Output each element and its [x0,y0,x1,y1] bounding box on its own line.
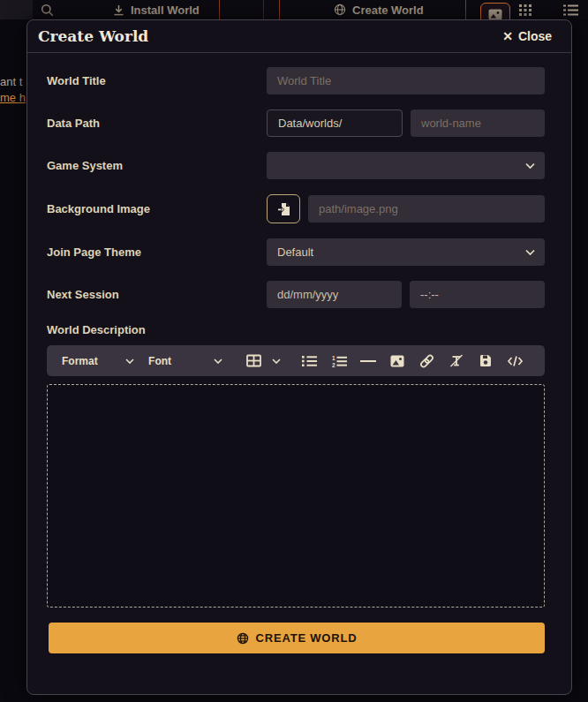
world-description-label: World Description [47,323,545,336]
insert-link-button[interactable] [412,354,441,368]
svg-text:1: 1 [332,355,335,361]
create-world-dialog: Create World ✕ Close World Title Data Pa… [26,19,572,695]
chevron-down-icon [125,359,134,364]
data-path-row: Data Path [47,109,545,137]
grid-dots-icon [519,4,532,16]
chevron-down-icon [272,359,281,364]
topbar-separator [219,0,220,19]
create-world-submit-button[interactable]: CREATE WORLD [49,623,545,653]
create-world-form: World Title Data Path Game System [27,53,571,336]
image-icon [390,355,404,367]
join-page-theme-select[interactable]: Default [267,238,545,266]
insert-image-button[interactable] [383,355,412,367]
editor-toolbar: Format Font [47,345,545,376]
topbar-separator [263,0,264,19]
create-world-submit-label: CREATE WORLD [256,631,358,645]
grid-view-button[interactable] [519,0,532,19]
topbar-separator [279,0,280,19]
session-time-input[interactable] [410,281,545,308]
background-link-fragment[interactable]: me h [0,91,26,104]
game-system-row: Game System [47,152,545,179]
game-system-select[interactable] [267,152,545,179]
next-session-label: Next Session [47,288,267,301]
save-button[interactable] [471,354,501,367]
list-view-button[interactable] [563,0,578,19]
data-path-base-input[interactable] [267,109,403,137]
create-world-tab[interactable]: Create World [334,0,424,19]
bullet-list-icon [302,355,317,367]
horizontal-rule-icon [360,359,376,363]
background-image-label: Background Image [47,202,267,215]
save-icon [479,354,492,367]
file-import-icon [277,202,290,216]
chevron-down-icon [214,359,222,364]
list-lines-icon [563,4,578,16]
close-button[interactable]: ✕ Close [502,29,552,43]
globe-icon [237,632,249,645]
background-image-row: Background Image [47,194,545,223]
svg-text:2: 2 [332,361,335,367]
dialog-header: Create World ✕ Close [27,20,571,53]
close-icon: ✕ [502,29,513,43]
clear-formatting-icon [449,354,464,367]
join-page-theme-row: Join Page Theme Default [47,238,545,266]
dialog-title: Create World [38,27,148,45]
font-label: Font [148,355,171,367]
join-page-theme-value: Default [277,245,313,259]
link-icon [419,354,434,368]
world-title-input[interactable] [267,67,545,94]
world-title-label: World Title [47,74,267,87]
world-description-editor[interactable] [47,384,545,608]
topbar-separator [465,0,466,19]
chevron-down-icon [525,249,535,255]
font-dropdown[interactable]: Font [148,355,222,367]
install-world-label: Install World [131,4,200,17]
data-path-label: Data Path [47,117,267,130]
format-dropdown[interactable]: Format [62,355,134,367]
background-text-fragment: ant t [0,75,22,88]
table-dropdown[interactable] [246,354,281,367]
install-world-tab[interactable]: Install World [113,0,200,19]
source-code-button[interactable] [501,355,530,367]
search-button[interactable] [41,0,54,19]
next-session-row: Next Session [47,281,545,308]
bullet-list-button[interactable] [295,355,324,367]
background-image-input[interactable] [308,195,545,223]
file-picker-button[interactable] [267,194,300,223]
table-icon [246,354,261,367]
numbered-list-icon: 1 2 [332,355,347,367]
world-name-input[interactable] [411,109,545,137]
join-page-theme-label: Join Page Theme [47,245,267,259]
format-label: Format [62,355,98,367]
game-system-label: Game System [47,159,267,172]
topbar-corner [0,0,33,19]
chevron-down-icon [525,162,535,169]
create-world-label: Create World [352,4,424,17]
image-gallery-icon [488,9,502,20]
search-icon [41,4,54,17]
source-code-icon [507,355,524,367]
clear-formatting-button[interactable] [441,354,471,367]
numbered-list-button[interactable]: 1 2 [324,355,353,367]
background-topbar: Install World Create World [0,0,588,19]
globe-icon [334,4,346,16]
download-icon [113,4,124,16]
world-title-row: World Title [47,67,545,94]
horizontal-rule-button[interactable] [354,359,383,363]
session-date-input[interactable] [267,281,402,308]
close-label: Close [518,29,552,43]
